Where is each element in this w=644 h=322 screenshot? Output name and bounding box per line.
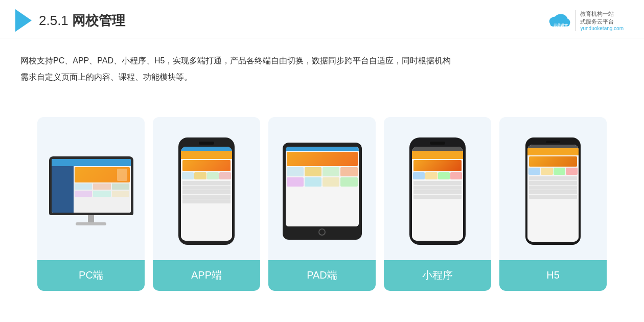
card-pc: PC端	[37, 117, 145, 291]
card-h5: H5	[499, 117, 607, 291]
logo-arrow-icon	[15, 9, 32, 32]
card-app: APP端	[153, 117, 260, 291]
logo-text-block: 教育机构一站 式服务云平台 yunduoketang.com	[576, 10, 624, 31]
pad-tablet-icon	[283, 143, 362, 240]
card-pad-label: PAD端	[307, 268, 337, 282]
brand-logo: 云朵课堂 教育机构一站 式服务云平台 yunduoketang.com	[546, 10, 624, 31]
card-pc-label-area: PC端	[37, 260, 145, 291]
h5-phone-icon	[525, 137, 581, 245]
card-pc-image	[37, 117, 145, 260]
page-title: 2.5.1 网校管理	[39, 12, 125, 30]
card-miniapp-label: 小程序	[422, 268, 453, 282]
description-block: 网校支持PC、APP、PAD、小程序、H5，实现多端打通，产品各终端自由切换，数…	[0, 38, 644, 90]
description-line1: 网校支持PC、APP、PAD、小程序、H5，实现多端打通，产品各终端自由切换，数…	[20, 53, 624, 69]
card-app-label-area: APP端	[153, 260, 260, 291]
card-app-label: APP端	[191, 268, 222, 282]
app-phone-icon	[178, 137, 235, 245]
description-line2: 需求自定义页面上的内容、课程、功能模块等。	[20, 69, 624, 85]
card-pad: PAD端	[268, 117, 376, 291]
header: 2.5.1 网校管理 云朵课堂 教育机构一站 式服务云平台 yunduoketa…	[0, 0, 644, 38]
card-miniapp: 小程序	[384, 117, 491, 291]
card-miniapp-image	[384, 117, 491, 260]
page-container: 2.5.1 网校管理 云朵课堂 教育机构一站 式服务云平台 yunduoketa…	[0, 0, 644, 322]
yunduoketang-logo-icon: 云朵课堂	[546, 10, 571, 31]
cards-section: PC端	[0, 90, 644, 322]
card-pad-label-area: PAD端	[268, 260, 376, 291]
card-miniapp-label-area: 小程序	[384, 260, 491, 291]
header-left: 2.5.1 网校管理	[15, 9, 125, 32]
svg-text:云朵课堂: 云朵课堂	[554, 23, 568, 27]
card-h5-image	[499, 117, 607, 260]
card-h5-label-area: H5	[499, 260, 607, 291]
header-right: 云朵课堂 教育机构一站 式服务云平台 yunduoketang.com	[546, 10, 624, 31]
card-h5-label: H5	[546, 269, 560, 281]
miniapp-phone-icon	[409, 137, 466, 245]
card-pad-image	[268, 117, 376, 260]
pc-monitor-icon	[47, 156, 136, 225]
card-pc-label: PC端	[79, 268, 103, 282]
card-app-image	[153, 117, 260, 260]
